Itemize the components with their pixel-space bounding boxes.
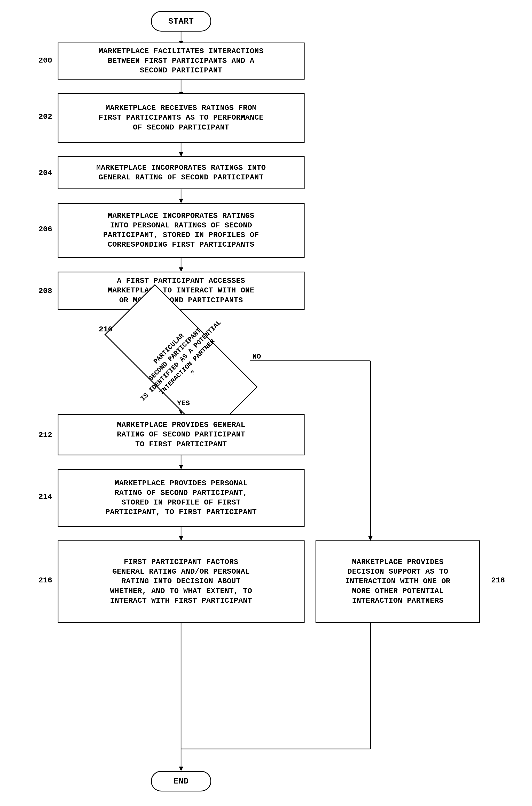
step-216-box: FIRST PARTICIPANT FACTORS GENERAL RATING…: [58, 540, 305, 623]
svg-marker-15: [179, 465, 183, 469]
end-terminal: END: [151, 771, 211, 791]
step-200-box: MARKETPLACE FACILITATES INTERACTIONS BET…: [58, 42, 305, 80]
step-200-label: 200: [38, 56, 52, 65]
step-210-diamond-wrapper: PARTICULAR SECOND PARTICIPANT IS IDENTIF…: [108, 325, 254, 397]
step-212-label: 212: [38, 431, 52, 439]
step-218-label: 218: [491, 576, 505, 584]
step-216-label: 216: [38, 576, 52, 584]
step-208-box: A FIRST PARTICIPANT ACCESSES MARKETPLACE…: [58, 272, 305, 310]
svg-marker-20: [179, 767, 183, 771]
step-212-box: MARKETPLACE PROVIDES GENERAL RATING OF S…: [58, 414, 305, 455]
step-214-label: 214: [38, 493, 52, 501]
step-206-label: 206: [38, 225, 52, 233]
yes-label: YES: [177, 399, 190, 407]
step-202-box: MARKETPLACE RECEIVES RATINGS FROM FIRST …: [58, 93, 305, 143]
svg-marker-23: [368, 536, 372, 540]
step-208-label: 208: [38, 287, 52, 295]
svg-marker-5: [179, 152, 183, 156]
step-214-box: MARKETPLACE PROVIDES PERSONAL RATING OF …: [58, 469, 305, 527]
start-terminal: START: [151, 11, 211, 32]
svg-marker-7: [179, 199, 183, 203]
svg-marker-17: [179, 536, 183, 540]
step-206-box: MARKETPLACE INCORPORATES RATINGS INTO PE…: [58, 203, 305, 258]
svg-marker-9: [179, 267, 183, 272]
diagram-container: START MARKETPLACE FACILITATES INTERACTIO…: [0, 0, 532, 806]
step-204-label: 204: [38, 169, 52, 177]
step-218-box: MARKETPLACE PROVIDES DECISION SUPPORT AS…: [316, 540, 480, 623]
step-202-label: 202: [38, 113, 52, 121]
step-204-box: MARKETPLACE INCORPORATES RATINGS INTO GE…: [58, 156, 305, 189]
